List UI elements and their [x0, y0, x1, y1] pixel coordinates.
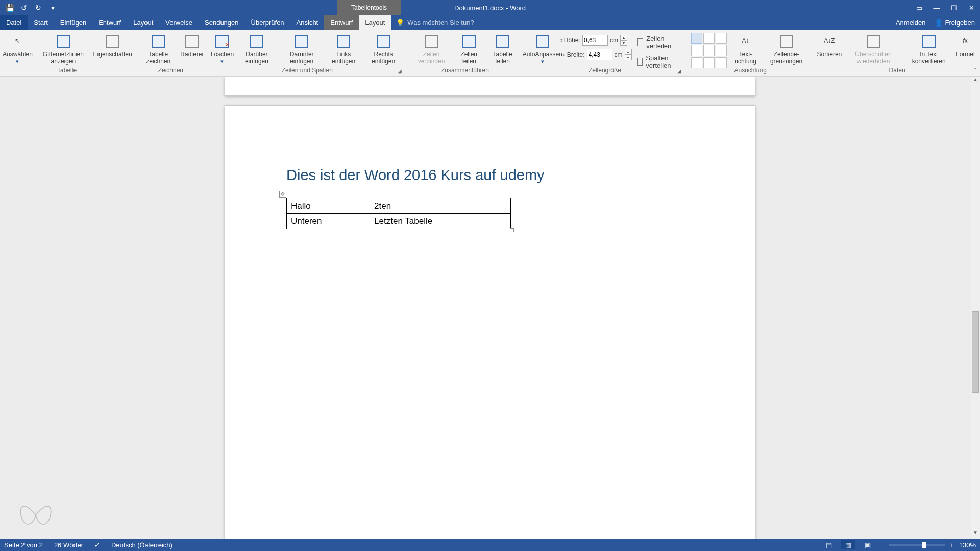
tell-me-placeholder: Was möchten Sie tun? — [407, 19, 474, 27]
group-zeichnen-label: Zeichnen — [137, 67, 204, 75]
table-cell[interactable]: Unteren — [287, 214, 370, 229]
table-move-handle-icon[interactable]: ✥ — [279, 191, 286, 198]
properties-icon — [104, 33, 121, 50]
heading-1[interactable]: Dies ist der Word 2016 Kurs auf udemy — [286, 167, 694, 184]
tab-datei[interactable]: Datei — [0, 15, 28, 30]
close-icon[interactable]: ✕ — [963, 0, 980, 15]
select-label: Auswählen — [3, 51, 33, 58]
merge-cells-button: Zellen verbinden — [410, 32, 452, 65]
zoom-level[interactable]: 130% — [959, 541, 976, 549]
cell-margins-icon — [778, 33, 795, 50]
properties-button[interactable]: Eigenschaften — [94, 32, 131, 58]
split-table-button[interactable]: Tabelle teilen — [486, 32, 520, 65]
merge-cells-label: Zellen verbinden — [412, 51, 450, 65]
collapse-ribbon-icon[interactable]: ˄ — [974, 67, 977, 74]
eraser-label: Radierer — [180, 51, 204, 58]
group-cell-size: AutoAnpassen ▾ ↕Höhe: cm ▲▼ ↔Breite: cm … — [523, 30, 688, 76]
distribute-rows-button[interactable]: Zeilen verteilen — [637, 35, 681, 50]
draw-table-button[interactable]: Tabelle zeichnen — [137, 32, 179, 65]
autofit-icon — [534, 33, 551, 50]
tab-verweise[interactable]: Verweise — [159, 15, 199, 30]
undo-icon[interactable]: ↺ — [18, 2, 30, 13]
insert-below-button[interactable]: Darunter einfügen — [279, 32, 324, 65]
draw-table-label: Tabelle zeichnen — [139, 51, 177, 65]
table-cell[interactable]: 2ten — [370, 198, 511, 214]
scroll-thumb[interactable] — [972, 311, 979, 393]
insert-right-button[interactable]: Rechts einfügen — [363, 32, 404, 65]
status-spellcheck[interactable]: ✓ — [94, 541, 100, 549]
insert-below-label: Darunter einfügen — [281, 51, 322, 65]
properties-label: Eigenschaften — [93, 51, 132, 58]
split-cells-button[interactable]: Zellen teilen — [453, 32, 485, 65]
group-cell-size-label: Zellengröße ◢ — [526, 67, 684, 75]
qat-customize-icon[interactable]: ▾ — [47, 2, 58, 13]
maximize-icon[interactable]: ☐ — [945, 0, 963, 15]
text-direction-button[interactable]: A↕ Text-richtung — [730, 32, 761, 65]
redo-icon[interactable]: ↻ — [33, 2, 44, 13]
gridlines-label: Gitternetzlinien anzeigen — [35, 51, 91, 65]
tab-ansicht[interactable]: Ansicht — [290, 15, 325, 30]
select-button[interactable]: ↖ Auswählen ▾ — [3, 32, 32, 64]
tab-tabletools-entwurf[interactable]: Entwurf — [324, 15, 359, 30]
dialog-launcher-icon[interactable]: ◢ — [676, 68, 682, 74]
insert-right-icon — [375, 33, 392, 50]
convert-text-icon — [920, 33, 938, 50]
group-data-label: Daten — [817, 67, 977, 75]
group-tabelle: ↖ Auswählen ▾ Gitternetzlinien anzeigen … — [0, 30, 134, 76]
share-button[interactable]: 👤 Freigeben — [935, 19, 975, 27]
previous-page-edge — [225, 77, 755, 96]
col-width-input[interactable] — [587, 49, 612, 60]
tab-layout[interactable]: Layout — [127, 15, 159, 30]
table-row[interactable]: Hallo 2ten — [287, 198, 511, 214]
tab-ueberpruefen[interactable]: Überprüfen — [245, 15, 290, 30]
vertical-scrollbar[interactable]: ▲ ▼ — [971, 77, 980, 539]
status-bar: Seite 2 von 2 26 Wörter ✓ Deutsch (Öster… — [0, 539, 980, 551]
table-cell[interactable]: Hallo — [287, 198, 370, 214]
tab-start[interactable]: Start — [28, 15, 54, 30]
insert-left-icon — [335, 33, 352, 50]
width-spinner[interactable]: ▲▼ — [625, 49, 632, 60]
cell-margins-button[interactable]: Zellenbe-grenzungen — [762, 32, 811, 65]
zoom-in-icon[interactable]: + — [950, 541, 954, 549]
group-rows-cols: Löschen ▾ Darüber einfügen Darunter einf… — [207, 30, 407, 76]
formula-button[interactable]: fx Formel — [953, 32, 977, 58]
minimize-icon[interactable]: — — [928, 0, 945, 15]
autofit-button[interactable]: AutoAnpassen ▾ — [526, 32, 559, 64]
ribbon-display-icon[interactable]: ▭ — [911, 0, 928, 15]
sign-in-link[interactable]: Anmelden — [896, 19, 926, 27]
read-mode-icon[interactable]: ▤ — [822, 540, 836, 549]
group-tabelle-label: Tabelle — [3, 67, 131, 75]
eraser-button[interactable]: Radierer — [180, 32, 204, 58]
insert-above-button[interactable]: Darüber einfügen — [235, 32, 278, 65]
tab-einfuegen[interactable]: Einfügen — [54, 15, 92, 30]
convert-text-button[interactable]: In Text konvertieren — [905, 32, 952, 65]
row-height-input[interactable] — [582, 35, 608, 46]
document-table[interactable]: Hallo 2ten Unteren Letzten Tabelle — [286, 198, 511, 229]
scroll-down-icon[interactable]: ▼ — [971, 530, 980, 539]
status-word-count[interactable]: 26 Wörter — [54, 541, 83, 549]
save-icon[interactable]: 💾 — [4, 2, 15, 13]
insert-left-button[interactable]: Links einfügen — [325, 32, 362, 65]
tab-entwurf[interactable]: Entwurf — [92, 15, 127, 30]
table-cell[interactable]: Letzten Tabelle — [370, 214, 511, 229]
page[interactable]: Dies ist der Word 2016 Kurs auf udemy ✥ … — [225, 105, 755, 539]
gridlines-button[interactable]: Gitternetzlinien anzeigen — [33, 32, 93, 65]
scroll-up-icon[interactable]: ▲ — [971, 77, 980, 86]
sort-button[interactable]: A↓Z Sortieren — [817, 32, 841, 58]
zoom-slider[interactable] — [889, 544, 945, 546]
height-spinner[interactable]: ▲▼ — [620, 35, 627, 46]
tab-tabletools-layout[interactable]: Layout — [359, 15, 391, 30]
print-layout-icon[interactable]: ▦ — [841, 540, 855, 549]
status-page[interactable]: Seite 2 von 2 — [4, 541, 43, 549]
tell-me-search[interactable]: 💡 Was möchten Sie tun? — [391, 15, 479, 30]
dialog-launcher-icon[interactable]: ◢ — [397, 68, 403, 74]
table-resize-handle-icon[interactable] — [510, 228, 514, 232]
table-row[interactable]: Unteren Letzten Tabelle — [287, 214, 511, 229]
zoom-out-icon[interactable]: − — [880, 541, 884, 549]
insert-left-label: Links einfügen — [327, 51, 360, 65]
web-layout-icon[interactable]: ▣ — [861, 540, 875, 549]
tab-sendungen[interactable]: Sendungen — [199, 15, 245, 30]
alignment-grid[interactable] — [690, 32, 729, 68]
status-language[interactable]: Deutsch (Österreich) — [111, 541, 173, 549]
delete-button[interactable]: Löschen ▾ — [210, 32, 234, 64]
